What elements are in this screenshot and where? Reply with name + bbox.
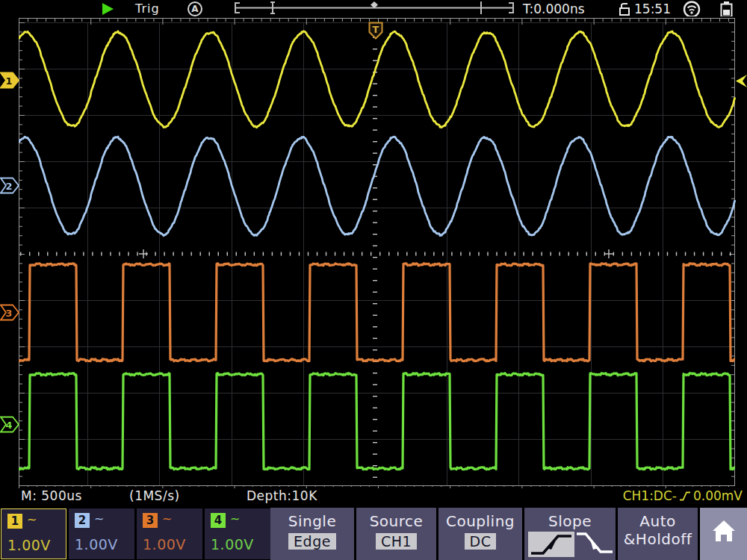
home-icon: [710, 518, 737, 544]
rising-edge-icon: [679, 490, 691, 503]
home-button[interactable]: [700, 508, 747, 560]
channel-3-box[interactable]: 3 ~ 1.00V: [137, 508, 202, 559]
auto-label: Auto: [618, 512, 698, 530]
channel-2-box[interactable]: 2 ~ 1.00V: [69, 508, 134, 559]
svg-text:2: 2: [5, 181, 12, 192]
channel-4-volts: 1.00V: [211, 536, 254, 553]
svg-text:3: 3: [5, 308, 12, 319]
record-depth-readout: Depth:10K: [247, 488, 317, 503]
channel-3-badge: 3: [143, 513, 158, 528]
channel-2-marker[interactable]: 2: [0, 177, 19, 194]
svg-text:4: 4: [5, 420, 12, 431]
rising-slope-option-icon[interactable]: [528, 532, 574, 557]
channel-1-marker[interactable]: 1: [0, 72, 19, 89]
channel-3-coupling-icon: ~: [162, 511, 172, 526]
trig-status-label: Trig: [135, 1, 160, 16]
trigger-mode-cell[interactable]: Single Edge: [270, 508, 354, 560]
channel-3-marker[interactable]: 3: [0, 304, 19, 321]
oscilloscope-screen: Trig A T:0.000ns 15:51 1234: [0, 0, 747, 560]
channel-1-coupling-icon: ~: [27, 512, 37, 526]
sample-rate-readout: (1MS/s): [129, 488, 180, 503]
trigger-level-arrow[interactable]: [736, 75, 747, 87]
trigger-position-marker[interactable]: T: [368, 22, 383, 40]
trigger-time-readout: T:0.000ns: [523, 1, 585, 16]
channel-4-badge: 4: [211, 513, 226, 528]
slope-label: Slope: [524, 512, 616, 530]
trigger-settings-readout: CH1:DC- 0.00mV: [623, 488, 743, 503]
wifi-icon: [681, 1, 702, 18]
channel-1-badge: 1: [7, 514, 22, 529]
source-value[interactable]: CH1: [376, 533, 417, 550]
bottom-menu-bar: 1 ~ 1.00V 2 ~ 1.00V 3 ~ 1.00V 4 ~ 1.00V …: [0, 508, 747, 560]
trigger-slope-cell[interactable]: Slope: [524, 508, 616, 560]
timebase-readout: M: 500us: [21, 488, 82, 503]
channel-4-box[interactable]: 4 ~ 1.00V: [205, 508, 270, 559]
trigger-type-value[interactable]: Edge: [288, 533, 336, 550]
horizontal-position-indicator: [232, 1, 516, 16]
channel-4-coupling-icon: ~: [230, 511, 240, 526]
auto-holdoff-cell[interactable]: Auto &Holdoff: [618, 508, 698, 560]
clock-readout: 15:51: [634, 1, 671, 16]
source-label: Source: [356, 512, 436, 530]
holdoff-label: &Holdoff: [618, 530, 698, 548]
trigger-source-cell[interactable]: Source CH1: [356, 508, 436, 560]
coupling-value[interactable]: DC: [465, 533, 497, 550]
run-play-icon[interactable]: [102, 3, 114, 15]
top-status-bar: Trig A T:0.000ns 15:51: [0, 0, 747, 18]
channel-1-volts: 1.00V: [7, 537, 51, 553]
channel-1-box[interactable]: 1 ~ 1.00V: [1, 508, 66, 559]
svg-text:T: T: [373, 24, 379, 35]
coupling-label: Coupling: [438, 512, 522, 530]
channel-4-marker[interactable]: 4: [0, 416, 19, 433]
battery-icon: [719, 1, 734, 18]
trigger-mode-label: Single: [270, 512, 354, 530]
trigger-coupling-cell[interactable]: Coupling DC: [438, 508, 522, 560]
unlock-icon: [618, 1, 632, 17]
channel-3-volts: 1.00V: [143, 536, 186, 553]
trigger-level-readout: 0.00mV: [693, 488, 743, 503]
auto-trigger-icon: A: [187, 1, 202, 16]
channel-2-badge: 2: [75, 513, 90, 528]
falling-slope-option-icon[interactable]: [575, 530, 614, 557]
channel-2-volts: 1.00V: [75, 536, 118, 553]
channel-2-coupling-icon: ~: [94, 511, 104, 526]
waveform-display: [19, 16, 736, 488]
svg-text:1: 1: [5, 75, 12, 87]
trigger-source-coupling: CH1:DC-: [623, 488, 677, 503]
